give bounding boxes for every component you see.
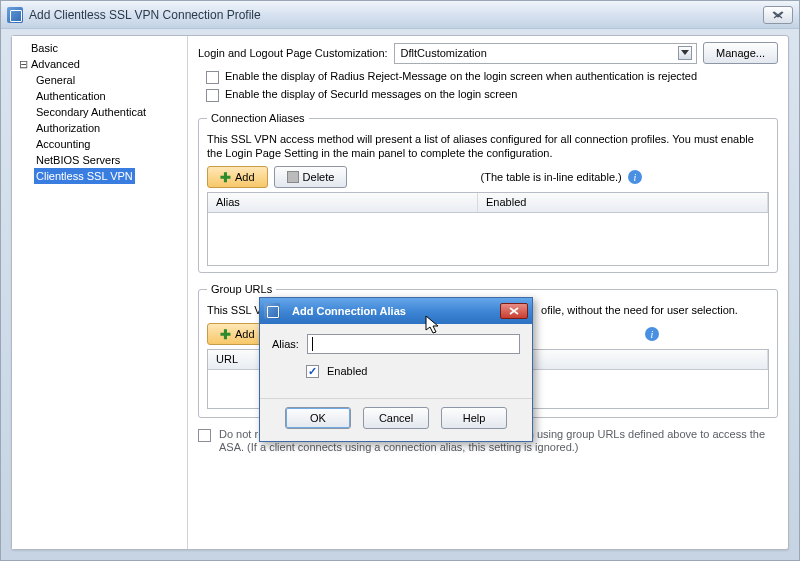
delete-icon	[287, 171, 299, 183]
aliases-col-alias[interactable]: Alias	[208, 193, 478, 212]
dialog-title: Add Connection Alias	[292, 305, 406, 317]
chevron-down-icon	[678, 46, 692, 60]
close-icon	[509, 307, 519, 315]
aliases-help-text: This SSL VPN access method will present …	[207, 132, 769, 160]
text-caret	[312, 337, 313, 351]
customization-label: Login and Logout Page Customization:	[198, 47, 388, 59]
group-urls-legend: Group URLs	[207, 283, 276, 295]
tree-item-general[interactable]: General	[34, 72, 185, 88]
customization-value: DfltCustomization	[401, 47, 487, 59]
inline-editable-note: (The table is in-line editable.)	[481, 171, 622, 183]
tree-item-authorization[interactable]: Authorization	[34, 120, 185, 136]
dialog-titlebar[interactable]: Add Connection Alias	[260, 298, 532, 324]
dialog-close-button[interactable]	[500, 303, 528, 319]
tree-item-secondary-authenticat[interactable]: Secondary Authenticat	[34, 104, 185, 120]
plus-icon: ✚	[220, 327, 231, 342]
help-button[interactable]: Help	[441, 407, 507, 429]
ok-button[interactable]: OK	[285, 407, 351, 429]
tree-item-accounting[interactable]: Accounting	[34, 136, 185, 152]
connection-aliases-group: Connection Aliases This SSL VPN access m…	[198, 112, 778, 273]
radius-reject-label: Enable the display of Radius Reject-Mess…	[225, 70, 697, 82]
enabled-checkbox[interactable]	[306, 365, 319, 378]
window-close-button[interactable]	[763, 6, 793, 24]
customization-combo[interactable]: DfltCustomization	[394, 43, 698, 64]
nav-tree[interactable]: Basic ⊟Advanced GeneralAuthenticationSec…	[12, 36, 188, 549]
main-window: Add Clientless SSL VPN Connection Profil…	[0, 0, 800, 561]
main-panel: Login and Logout Page Customization: Dfl…	[188, 36, 788, 549]
info-icon[interactable]: i	[645, 327, 659, 341]
add-connection-alias-dialog[interactable]: Add Connection Alias Alias: Enabled OK C…	[259, 297, 533, 442]
close-glyph-icon	[770, 10, 786, 20]
dialog-icon	[264, 303, 280, 319]
aliases-table-body[interactable]	[208, 213, 768, 265]
titlebar[interactable]: Add Clientless SSL VPN Connection Profil…	[1, 1, 799, 29]
tree-basic[interactable]: Basic	[18, 40, 185, 56]
tree-item-authentication[interactable]: Authentication	[34, 88, 185, 104]
manage-button[interactable]: Manage...	[703, 42, 778, 64]
aliases-table[interactable]: Alias Enabled	[207, 192, 769, 266]
radius-reject-checkbox[interactable]	[206, 71, 219, 84]
alias-field-label: Alias:	[272, 338, 299, 350]
cancel-button[interactable]: Cancel	[363, 407, 429, 429]
info-icon[interactable]: i	[628, 170, 642, 184]
aliases-col-enabled[interactable]: Enabled	[478, 193, 768, 212]
connection-aliases-legend: Connection Aliases	[207, 112, 309, 124]
alias-input[interactable]	[307, 334, 520, 354]
aliases-delete-button[interactable]: Delete	[274, 166, 348, 188]
window-title: Add Clientless SSL VPN Connection Profil…	[29, 8, 763, 22]
enabled-label: Enabled	[327, 365, 367, 377]
tree-advanced[interactable]: ⊟Advanced GeneralAuthenticationSecondary…	[18, 56, 185, 184]
plus-icon: ✚	[220, 170, 231, 185]
securid-checkbox[interactable]	[206, 89, 219, 102]
tree-item-clientless-ssl-vpn[interactable]: Clientless SSL VPN	[34, 168, 185, 184]
tree-item-netbios-servers[interactable]: NetBIOS Servers	[34, 152, 185, 168]
content-area: Basic ⊟Advanced GeneralAuthenticationSec…	[11, 35, 789, 550]
csd-checkbox[interactable]	[198, 429, 211, 442]
aliases-add-button[interactable]: ✚Add	[207, 166, 268, 188]
app-icon	[7, 7, 23, 23]
securid-label: Enable the display of SecurId messages o…	[225, 88, 517, 100]
